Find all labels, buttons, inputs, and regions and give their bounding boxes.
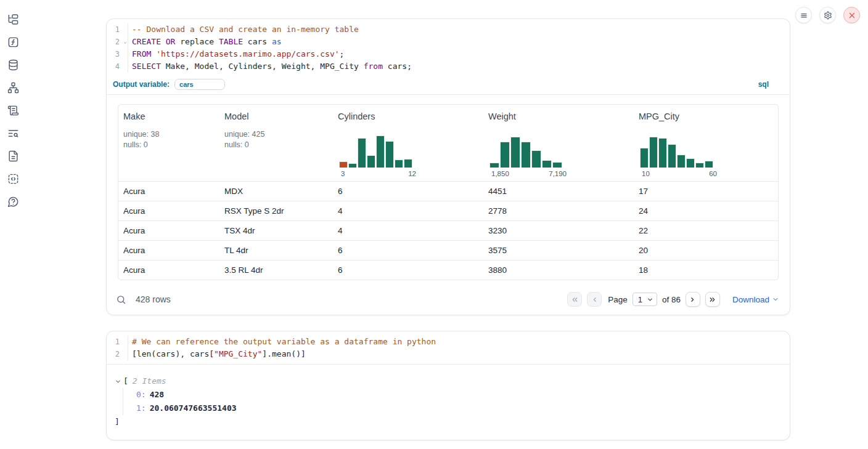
table-cell[interactable]: Acura xyxy=(118,241,219,260)
code-lines[interactable]: # We can reference the output variable a… xyxy=(128,336,790,360)
column-header[interactable]: Cylinders312 xyxy=(333,111,483,181)
sidebar-item-data-sources[interactable] xyxy=(5,58,21,71)
notebook-area: 12⌄34 -- Download a CSV and create an in… xyxy=(106,18,790,440)
table-cell[interactable]: 4 xyxy=(333,201,483,220)
tree-root-row[interactable]: [ 2 Items xyxy=(115,374,780,388)
histogram-bar[interactable] xyxy=(358,138,366,168)
table-row[interactable]: Acura3.5 RL 4dr6388018 xyxy=(118,260,778,280)
table-cell[interactable]: 6 xyxy=(333,182,483,201)
column-header[interactable]: Modelunique: 425nulls: 0 xyxy=(219,111,333,181)
last-page-button[interactable] xyxy=(705,292,720,307)
code-line[interactable]: -- Download a CSV and create an in-memor… xyxy=(132,23,790,36)
table-cell[interactable]: Acura xyxy=(118,182,219,201)
table-cell[interactable]: 2778 xyxy=(483,201,634,220)
table-cell[interactable]: 3.5 RL 4dr xyxy=(219,261,333,280)
column-histogram[interactable]: 1060 xyxy=(640,135,719,177)
histogram-bar[interactable] xyxy=(668,144,676,168)
table-cell[interactable]: 3230 xyxy=(483,221,634,240)
histogram-bar[interactable] xyxy=(686,158,695,168)
table-cell[interactable]: TL 4dr xyxy=(219,241,333,260)
histogram-bar[interactable] xyxy=(658,138,667,168)
download-link[interactable]: Download xyxy=(732,295,779,304)
python-code-editor[interactable]: 12 # We can reference the output variabl… xyxy=(107,331,790,364)
column-histogram[interactable]: 312 xyxy=(339,135,418,177)
histogram-bar[interactable] xyxy=(649,137,658,168)
tree-item[interactable]: 1:20.060747663551403 xyxy=(136,402,780,415)
histogram-bar[interactable] xyxy=(500,142,510,168)
help-bubble-icon xyxy=(7,196,19,208)
sidebar-item-logs[interactable] xyxy=(5,126,21,140)
shutdown-button[interactable] xyxy=(843,7,860,23)
histogram-bar[interactable] xyxy=(542,160,552,168)
code-lines[interactable]: -- Download a CSV and create an in-memor… xyxy=(128,23,790,73)
table-cell[interactable]: 6 xyxy=(333,241,483,260)
table-cell[interactable]: 20 xyxy=(634,241,778,260)
table-cell[interactable]: Acura xyxy=(118,261,219,280)
sql-code-editor[interactable]: 12⌄34 -- Download a CSV and create an in… xyxy=(107,19,790,76)
sidebar-item-help[interactable] xyxy=(5,195,21,208)
histogram-bar[interactable] xyxy=(531,150,541,168)
table-cell[interactable]: 4451 xyxy=(483,182,634,201)
histogram-bar[interactable] xyxy=(339,161,348,168)
histogram-bar[interactable] xyxy=(348,163,357,168)
sidebar-item-file-explorer[interactable] xyxy=(5,12,21,26)
histogram-bar[interactable] xyxy=(521,142,531,168)
column-header[interactable]: Weight1,8507,190 xyxy=(483,111,634,181)
column-histogram[interactable]: 1,8507,190 xyxy=(489,135,568,177)
table-cell[interactable]: Acura xyxy=(118,201,219,220)
sidebar-item-outline[interactable] xyxy=(5,103,21,117)
page-select[interactable]: 1 xyxy=(633,293,657,306)
first-page-button[interactable] xyxy=(567,292,582,307)
code-line[interactable]: FROM 'https://datasets.marimo.app/cars.c… xyxy=(132,48,790,60)
previous-page-button[interactable] xyxy=(587,292,602,307)
tree-item-key: 1: xyxy=(136,403,146,413)
table-cell[interactable]: 17 xyxy=(634,182,778,201)
next-page-button[interactable] xyxy=(686,292,700,307)
table-row[interactable]: AcuraMDX6445117 xyxy=(118,181,778,201)
code-line[interactable]: [len(cars), cars["MPG_City"].mean()] xyxy=(132,348,790,360)
table-cell[interactable]: 6 xyxy=(333,261,483,280)
sidebar-item-documentation[interactable] xyxy=(5,149,21,163)
table-cell[interactable]: TSX 4dr xyxy=(219,221,333,240)
table-cell[interactable]: 24 xyxy=(634,201,778,220)
code-line[interactable]: CREATE OR replace TABLE cars as xyxy=(132,36,790,48)
histogram-bar[interactable] xyxy=(385,141,394,168)
table-row[interactable]: AcuraTL 4dr6357520 xyxy=(118,240,778,260)
table-cell[interactable]: 22 xyxy=(634,221,778,240)
column-name: Model xyxy=(224,111,328,121)
column-header[interactable]: MPG_City1060 xyxy=(634,111,778,181)
code-line[interactable]: # We can reference the output variable a… xyxy=(132,336,790,348)
histogram-bar[interactable] xyxy=(376,136,385,168)
histogram-bar[interactable] xyxy=(510,137,520,168)
column-header[interactable]: Makeunique: 38nulls: 0 xyxy=(118,111,219,181)
histogram-bar[interactable] xyxy=(404,159,412,168)
table-row[interactable]: AcuraTSX 4dr4323022 xyxy=(118,220,778,240)
histogram-bar[interactable] xyxy=(695,163,704,168)
search-icon[interactable] xyxy=(116,294,126,305)
chevron-down-icon[interactable] xyxy=(115,378,121,385)
settings-button[interactable] xyxy=(819,7,836,23)
histogram-bar[interactable] xyxy=(705,161,713,168)
sidebar-item-functions[interactable] xyxy=(5,35,21,49)
table-cell[interactable]: Acura xyxy=(118,221,219,240)
table-cell[interactable]: RSX Type S 2dr xyxy=(219,201,333,220)
tree-item[interactable]: 0:428 xyxy=(136,388,780,402)
histogram-bar[interactable] xyxy=(489,163,499,168)
menu-button[interactable] xyxy=(795,7,812,23)
file-text-icon xyxy=(7,150,19,162)
table-cell[interactable]: 4 xyxy=(333,221,483,240)
table-cell[interactable]: 3880 xyxy=(483,261,634,280)
histogram-bar[interactable] xyxy=(395,160,403,168)
histogram-bar[interactable] xyxy=(677,155,686,168)
table-cell[interactable]: 3575 xyxy=(483,241,634,260)
histogram-bar[interactable] xyxy=(367,155,375,168)
table-cell[interactable]: 18 xyxy=(634,261,778,280)
table-row[interactable]: AcuraRSX Type S 2dr4277824 xyxy=(118,201,778,220)
sidebar-item-snippets[interactable] xyxy=(5,172,21,185)
code-line[interactable]: SELECT Make, Model, Cylinders, Weight, M… xyxy=(132,60,790,73)
histogram-bar[interactable] xyxy=(640,148,649,168)
table-cell[interactable]: MDX xyxy=(219,182,333,201)
output-variable-input[interactable] xyxy=(174,79,225,90)
sidebar-item-dependency-graph[interactable] xyxy=(5,81,21,94)
histogram-bar[interactable] xyxy=(552,162,562,168)
